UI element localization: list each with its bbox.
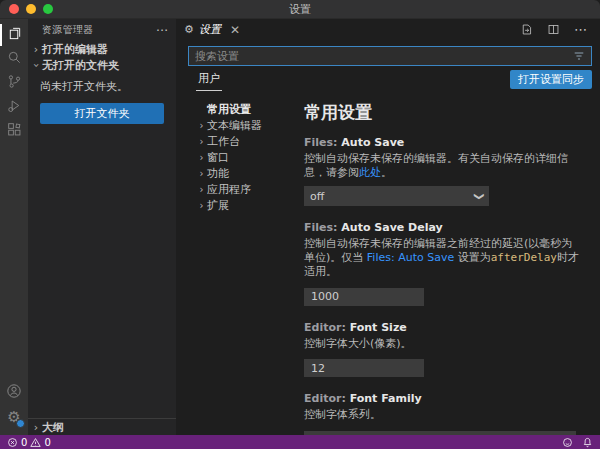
- settings-gear-icon: ⚙: [7, 410, 20, 425]
- outline-section[interactable]: › 大纲: [28, 418, 176, 435]
- desc-link[interactable]: 此处: [359, 166, 381, 179]
- settings-heading: 常用设置: [304, 101, 592, 124]
- toc-item-text-editor[interactable]: › 文本编辑器: [196, 117, 300, 133]
- sidebar-title: 资源管理器: [42, 23, 94, 37]
- window-title: 设置: [0, 2, 600, 17]
- run-debug-activity-button[interactable]: [0, 95, 28, 119]
- warning-count: 0: [44, 437, 50, 448]
- status-bar: 0 0: [0, 435, 600, 449]
- settings-scope-bar: 用户 打开设置同步: [188, 66, 592, 91]
- toc-item-features[interactable]: › 功能: [196, 165, 300, 181]
- chevron-right-icon: ›: [196, 152, 207, 163]
- settings-list: 常用设置 Files: Auto Save 控制自动保存未保存的编辑器。有关自动…: [300, 99, 592, 435]
- settings-search-box: [188, 46, 592, 66]
- open-editors-label: 打开的编辑器: [42, 42, 108, 57]
- chevron-right-icon: ›: [30, 43, 42, 56]
- setting-description: 控制自动保存未保存的编辑器之前经过的延迟(以毫秒为单位)。仅当 Files: A…: [304, 237, 580, 279]
- explorer-activity-button[interactable]: [0, 23, 28, 47]
- settings-editor: 用户 打开设置同步 常用设置 › 文本编辑器: [176, 40, 600, 435]
- setting-font-family: Editor: Font Family 控制字体系列。: [304, 392, 592, 435]
- extensions-icon: [7, 122, 22, 141]
- files-icon: [7, 26, 22, 45]
- toc-item-commonly-used[interactable]: 常用设置: [196, 101, 300, 117]
- setting-description: 控制字体大小(像素)。: [304, 337, 580, 351]
- toc-label: 文本编辑器: [207, 118, 262, 133]
- toc-item-window[interactable]: › 窗口: [196, 149, 300, 165]
- desc-text: 控制字体大小(像素)。: [304, 337, 412, 350]
- settings-gear-icon: ⚙: [184, 24, 194, 35]
- outline-label: 大纲: [42, 420, 64, 435]
- settings-sync-button[interactable]: 打开设置同步: [510, 70, 592, 89]
- tab-user-scope[interactable]: 用户: [196, 71, 222, 91]
- no-folder-header-label: 无打开的文件夹: [42, 58, 119, 73]
- no-folder-section[interactable]: › 无打开的文件夹: [28, 57, 176, 73]
- notifications-bell-icon[interactable]: [582, 437, 593, 448]
- toc-label: 应用程序: [207, 182, 251, 197]
- chevron-down-icon: ›: [30, 59, 43, 71]
- source-control-activity-button[interactable]: [0, 71, 28, 95]
- problems-indicator[interactable]: 0 0: [7, 437, 51, 448]
- no-folder-message: 尚未打开文件夹。: [28, 73, 176, 96]
- title-bar: 设置: [0, 0, 600, 19]
- setting-auto-save-delay: Files: Auto Save Delay 控制自动保存未保存的编辑器之前经过…: [304, 221, 592, 306]
- manage-button[interactable]: ⚙: [0, 405, 28, 429]
- setting-description: 控制自动保存未保存的编辑器。有关自动保存的详细信息，请参阅此处。: [304, 152, 580, 180]
- desc-text: 。: [381, 166, 392, 179]
- open-folder-button[interactable]: 打开文件夹: [40, 103, 164, 124]
- warning-icon: [30, 437, 41, 448]
- setting-name: Auto Save Delay: [341, 221, 442, 234]
- more-actions-icon[interactable]: ⋯: [574, 25, 588, 35]
- filter-icon[interactable]: [573, 50, 585, 62]
- tab-bar: ⚙ 设置 ✕ ⋯: [176, 19, 600, 40]
- font-family-input[interactable]: [304, 431, 576, 436]
- chevron-right-icon: ›: [196, 184, 207, 195]
- setting-prefix: Editor:: [304, 321, 350, 334]
- extensions-activity-button[interactable]: [0, 119, 28, 143]
- split-editor-icon[interactable]: [547, 23, 560, 36]
- tab-label: 设置: [199, 22, 221, 37]
- setting-files-auto-save: Files: Auto Save 控制自动保存未保存的编辑器。有关自动保存的详细…: [304, 136, 592, 206]
- toc-label: 功能: [207, 166, 229, 181]
- toc-label: 工作台: [207, 134, 240, 149]
- open-settings-json-icon[interactable]: [520, 23, 533, 36]
- chevron-down-icon: ❯: [473, 192, 484, 200]
- tab-settings[interactable]: ⚙ 设置 ✕: [176, 19, 248, 40]
- setting-name: Auto Save: [341, 136, 404, 149]
- desc-link[interactable]: Files: Auto Save: [367, 251, 454, 264]
- setting-description: 控制字体系列。: [304, 408, 580, 422]
- toc-item-workbench[interactable]: › 工作台: [196, 133, 300, 149]
- close-icon[interactable]: ✕: [230, 24, 240, 36]
- font-size-input[interactable]: [304, 359, 424, 377]
- setting-font-size: Editor: Font Size 控制字体大小(像素)。: [304, 321, 592, 378]
- source-control-icon: [7, 74, 22, 93]
- account-icon: [6, 383, 22, 403]
- editor-group: ⚙ 设置 ✕ ⋯: [176, 19, 600, 435]
- chevron-right-icon: ›: [196, 136, 207, 147]
- open-editors-section[interactable]: › 打开的编辑器: [28, 41, 176, 57]
- setting-prefix: Editor:: [304, 392, 350, 405]
- chevron-right-icon: ›: [30, 421, 42, 434]
- setting-prefix: Files:: [304, 136, 341, 149]
- error-count: 0: [21, 437, 27, 448]
- toc-label: 常用设置: [196, 102, 251, 117]
- settings-badge: [16, 419, 25, 428]
- feedback-smiley-icon[interactable]: [562, 437, 573, 448]
- error-icon: [7, 437, 18, 448]
- chevron-right-icon: ›: [196, 168, 207, 179]
- explorer-sidebar: 资源管理器 ⋯ › 打开的编辑器 › 无打开的文件夹 尚未打开文件夹。 打开文件…: [28, 19, 176, 435]
- desc-text: 控制字体系列。: [304, 408, 381, 421]
- toc-label: 扩展: [207, 198, 229, 213]
- search-activity-button[interactable]: [0, 47, 28, 71]
- desc-text: 控制自动保存未保存的编辑器。有关自动保存的详细信息，请参阅: [304, 152, 568, 179]
- auto-save-select[interactable]: off ❯: [304, 186, 489, 206]
- toc-item-application[interactable]: › 应用程序: [196, 181, 300, 197]
- chevron-right-icon: ›: [196, 200, 207, 211]
- accounts-button[interactable]: [0, 381, 28, 405]
- settings-search-input[interactable]: [189, 50, 573, 63]
- auto-save-delay-input[interactable]: [304, 288, 424, 306]
- more-actions-icon[interactable]: ⋯: [156, 23, 168, 37]
- select-value: off: [310, 190, 475, 203]
- activity-bar: ⚙: [0, 19, 28, 435]
- vscode-window: 设置: [0, 0, 600, 449]
- toc-item-extensions[interactable]: › 扩展: [196, 197, 300, 213]
